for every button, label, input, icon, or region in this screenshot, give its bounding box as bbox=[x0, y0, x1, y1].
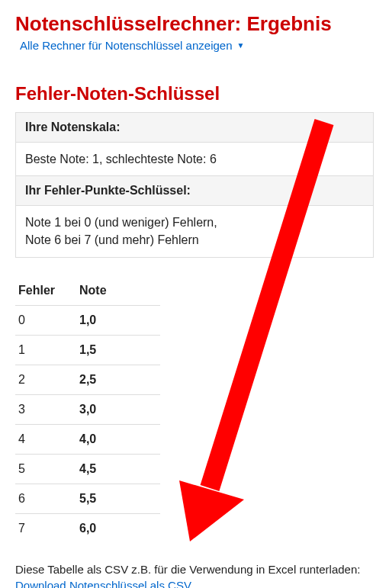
cell-fehler: 6 bbox=[15, 484, 76, 513]
cell-note: 4,5 bbox=[76, 454, 160, 484]
cell-fehler: 3 bbox=[15, 394, 76, 424]
cell-note: 4,0 bbox=[76, 424, 160, 454]
cell-fehler: 5 bbox=[15, 454, 76, 484]
table-row: 11,5 bbox=[15, 335, 160, 365]
cell-fehler: 1 bbox=[15, 335, 76, 365]
cell-note: 2,5 bbox=[76, 365, 160, 394]
grades-table: Fehler Note 01,011,522,533,044,054,565,5… bbox=[15, 279, 160, 543]
table-row: 22,5 bbox=[15, 365, 160, 394]
download-csv-link[interactable]: Download Notenschlüssel als CSV bbox=[15, 577, 191, 588]
info-panel: Ihre Notenskala: Beste Note: 1, schlecht… bbox=[15, 112, 374, 258]
col-header-fehler: Fehler bbox=[15, 279, 76, 306]
key-body: Note 1 bei 0 (und weniger) Fehlern, Note… bbox=[16, 206, 373, 256]
caret-down-icon: ▼ bbox=[237, 41, 245, 50]
cell-fehler: 0 bbox=[15, 305, 76, 335]
section-title: Fehler-Noten-Schlüssel bbox=[15, 83, 374, 104]
col-header-note: Note bbox=[76, 279, 160, 306]
cell-note: 3,0 bbox=[76, 394, 160, 424]
key-heading: Ihr Fehler-Punkte-Schlüssel: bbox=[16, 175, 373, 206]
table-row: 54,5 bbox=[15, 454, 160, 484]
download-intro: Diese Tabelle als CSV z.B. für die Verwe… bbox=[15, 563, 360, 576]
table-row: 01,0 bbox=[15, 305, 160, 335]
cell-fehler: 4 bbox=[15, 424, 76, 454]
cell-note: 6,0 bbox=[76, 513, 160, 543]
key-body-line2: Note 6 bei 7 (und mehr) Fehlern bbox=[25, 233, 199, 246]
cell-note: 5,5 bbox=[76, 484, 160, 513]
scale-body: Beste Note: 1, schlechteste Note: 6 bbox=[16, 143, 373, 175]
table-row: 65,5 bbox=[15, 484, 160, 513]
cell-note: 1,0 bbox=[76, 305, 160, 335]
cell-fehler: 7 bbox=[15, 513, 76, 543]
scale-heading: Ihre Notenskala: bbox=[16, 113, 373, 143]
all-calculators-label: Alle Rechner für Notenschlüssel anzeigen bbox=[20, 39, 233, 52]
table-row: 76,0 bbox=[15, 513, 160, 543]
cell-fehler: 2 bbox=[15, 365, 76, 394]
table-row: 33,0 bbox=[15, 394, 160, 424]
table-row: 44,0 bbox=[15, 424, 160, 454]
page-title: Notenschlüsselrechner: Ergebnis bbox=[15, 12, 374, 36]
key-body-line1: Note 1 bei 0 (und weniger) Fehlern, bbox=[25, 216, 217, 229]
all-calculators-link[interactable]: Alle Rechner für Notenschlüssel anzeigen… bbox=[20, 39, 244, 52]
cell-note: 1,5 bbox=[76, 335, 160, 365]
